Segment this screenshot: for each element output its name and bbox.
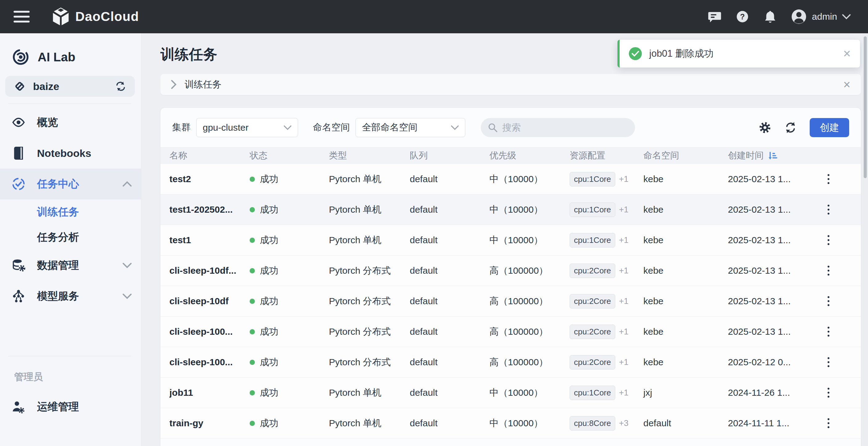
close-icon[interactable]: × [843,47,851,60]
resource-config: cpu:2Core+1 [569,294,643,309]
column-header-priority[interactable]: 优先级 [489,149,569,162]
breadcrumb-item[interactable]: 训练任务 [185,78,222,91]
column-header-status[interactable]: 状态 [250,149,329,162]
table-row[interactable]: job11 成功 Pytorch 单机 default 中（10000） cpu… [160,378,861,408]
daocloud-cube-icon [52,7,70,26]
resource-config: cpu:1Core+1 [569,233,643,247]
sidebar-subitem-training-jobs[interactable]: 训练任务 [0,199,141,225]
resource-config: cpu:2Core+1 [569,324,643,339]
table-row[interactable]: train-gy 成功 Pytorch 单机 default 中（10000） … [160,408,861,439]
help-icon[interactable]: ? [735,9,749,24]
job-queue: default [410,327,489,337]
more-actions-icon[interactable] [819,383,838,402]
more-actions-icon[interactable] [819,200,838,219]
column-header-queue[interactable]: 队列 [410,149,489,162]
status-dot-icon [250,177,255,182]
job-name: cli-sleep-10df... [169,265,250,276]
created-time: 2025-02-13 1... [728,174,814,184]
create-button[interactable]: 创建 [810,118,849,137]
namespace-select[interactable]: 全部命名空间 [355,118,465,137]
more-actions-icon[interactable] [819,231,838,249]
sidebar-divider [8,104,131,104]
resource-config: cpu:2Core+1 [569,264,643,278]
close-icon[interactable]: × [843,78,850,91]
column-header-type[interactable]: 类型 [329,149,410,162]
table-row[interactable]: cli-sleep-10df... 成功 Pytorch 分布式 default… [160,255,861,286]
section-label-admin: 管理员 [0,356,141,383]
resource-extra-count: +1 [619,266,628,276]
sidebar-item-ops-management[interactable]: 运维管理 [0,391,141,422]
search-icon [488,123,498,133]
resource-chip: cpu:1Core [569,203,615,217]
switch-workspace-icon[interactable] [115,81,127,92]
workspace-selector[interactable]: baize [5,76,135,97]
table-body: test2 成功 Pytorch 单机 default 中（10000） cpu… [160,164,861,439]
sidebar-nav: 概览 Notebooks 任务中心 训练任务 任务分析 [0,107,141,312]
chevron-right-icon[interactable] [171,80,177,89]
more-actions-icon[interactable] [819,322,838,341]
sidebar-item-label: 模型服务 [37,289,79,303]
chevron-down-icon [284,125,291,130]
more-actions-icon[interactable] [819,292,838,310]
table-row[interactable]: cli-sleep-10df 成功 Pytorch 分布式 default 高（… [160,286,861,316]
search-box [481,118,635,137]
job-namespace: jxj [643,387,728,398]
job-type: Pytorch 分布式 [329,356,410,369]
vertical-scrollbar-track[interactable] [863,33,868,446]
created-time: 2025-02-13 1... [728,235,814,245]
toast-success: job01 删除成功 × [617,40,860,68]
created-time: 2025-02-13 1... [728,265,814,276]
sort-descending-icon[interactable] [767,151,777,161]
job-namespace: kebe [643,235,728,245]
sidebar-item-task-center[interactable]: 任务中心 [0,169,141,199]
brand-logo[interactable]: DaoCloud [52,7,139,26]
more-actions-icon[interactable] [819,353,838,371]
resource-chip: cpu:8Core [569,416,615,431]
job-type: Pytorch 分布式 [329,295,410,308]
settings-gear-icon[interactable] [758,121,771,134]
main-content: 训练任务 训练任务 × 集群 gpu-cluster 命名空间 全部命名空间 [141,33,868,446]
sidebar-subitem-task-analysis[interactable]: 任务分析 [0,225,141,250]
sidebar-item-model-services[interactable]: 模型服务 [0,281,141,312]
table-row[interactable]: cli-sleep-100... 成功 Pytorch 分布式 default … [160,347,861,378]
cluster-select[interactable]: gpu-cluster [196,118,298,137]
table-row[interactable]: test1 成功 Pytorch 单机 default 中（10000） cpu… [160,225,861,255]
ai-lab-icon [12,48,30,66]
workspace-icon [13,80,26,93]
bell-icon[interactable] [763,9,777,24]
more-actions-icon[interactable] [819,414,838,433]
message-icon[interactable] [708,9,722,24]
logo-text: DaoCloud [75,9,139,24]
more-actions-icon[interactable] [819,262,838,280]
table-row[interactable]: test2 成功 Pytorch 单机 default 中（10000） cpu… [160,164,861,195]
column-header-name[interactable]: 名称 [169,149,250,162]
sidebar-item-notebooks[interactable]: Notebooks [0,138,141,169]
breadcrumb: 训练任务 × [160,74,861,95]
job-priority: 中（10000） [489,203,569,216]
table-row[interactable]: cli-sleep-100... 成功 Pytorch 分布式 default … [160,316,861,347]
status-dot-icon [250,207,255,212]
created-time: 2025-02-13 1... [728,296,814,306]
row-actions [814,383,861,402]
column-header-resources[interactable]: 资源配置 [569,149,643,162]
sidebar-item-overview[interactable]: 概览 [0,107,141,138]
user-menu[interactable]: admin [791,9,851,25]
menu-icon[interactable] [13,10,31,24]
resource-extra-count: +1 [619,174,628,184]
more-actions-icon[interactable] [819,170,838,188]
sidebar: AI Lab baize [0,33,141,446]
refresh-icon[interactable] [784,122,797,134]
job-name: job11 [169,387,250,398]
table-card: 集群 gpu-cluster 命名空间 全部命名空间 [160,108,861,446]
column-header-namespace[interactable]: 命名空间 [643,149,728,162]
workspace-name: baize [33,80,59,93]
table-row[interactable]: test1-202502... 成功 Pytorch 单机 default 中（… [160,195,861,225]
search-input[interactable] [502,123,628,133]
column-header-created[interactable]: 创建时间 [728,149,814,162]
status-dot-icon [250,360,255,365]
sidebar-item-data-management[interactable]: 数据管理 [0,250,141,281]
job-type: Pytorch 单机 [329,417,410,430]
vertical-scrollbar-thumb[interactable] [864,36,867,178]
toast-message: job01 删除成功 [649,47,713,60]
status-dot-icon [250,390,255,396]
